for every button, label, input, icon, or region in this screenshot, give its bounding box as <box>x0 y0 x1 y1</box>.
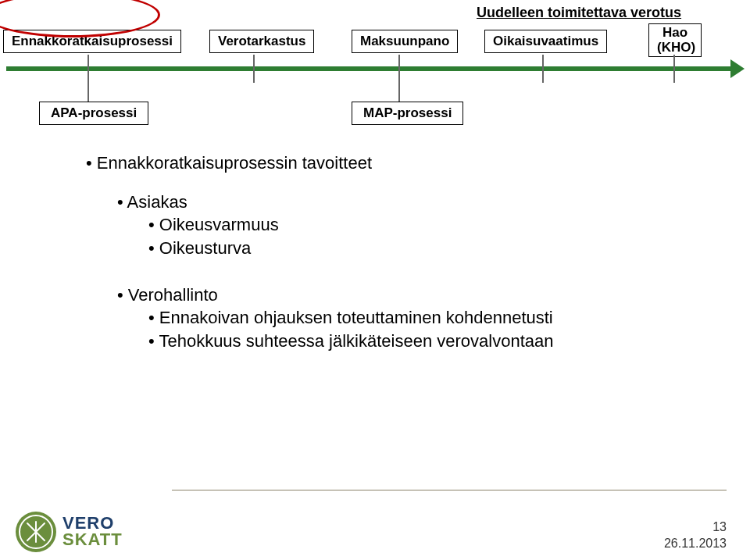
phase-label: Oikaisuvaatimus <box>493 34 598 48</box>
subbox-map-prosessi: MAP-prosessi <box>352 102 463 125</box>
subbox-apa-prosessi: APA-prosessi <box>39 102 148 125</box>
subbox-label: MAP-prosessi <box>363 105 452 120</box>
header-label: Uudelleen toimitettava verotus <box>477 5 681 21</box>
footer: VERO SKATT 13 26.11.2013 <box>0 490 750 560</box>
bullet-content: Ennakkoratkaisuprosessin tavoitteet Asia… <box>86 148 680 353</box>
slide: Uudelleen toimitettava verotus Ennakkora… <box>0 0 750 560</box>
bullet-text: Oikeusturva <box>159 238 251 258</box>
bullet-level3: Ennakoivan ohjauksen toteuttaminen kohde… <box>148 306 680 330</box>
page-number: 13 <box>664 519 727 536</box>
timeline-arrow-head <box>730 59 745 78</box>
phase-label: Maksuunpano <box>360 34 449 48</box>
bullet-level3: Tehokkuus suhteessa jälkikäteiseen verov… <box>148 330 680 353</box>
bullet-text: Oikeusvarmuus <box>159 215 279 234</box>
footer-date: 26.11.2013 <box>664 536 727 552</box>
vero-logo: VERO SKATT <box>16 512 123 552</box>
bullet-level3: Oikeusturva <box>148 237 680 260</box>
timeline-tick <box>673 55 675 83</box>
footer-rule <box>172 490 727 490</box>
timeline-tick <box>253 55 255 83</box>
timeline-arrow <box>6 66 733 71</box>
phase-maksuunpano: Maksuunpano <box>352 30 458 53</box>
bullet-level3: Oikeusvarmuus <box>148 213 680 237</box>
phase-label-line1: Hao <box>662 25 688 40</box>
bullet-level1: Ennakkoratkaisuprosessin tavoitteet <box>86 152 680 175</box>
logo-wordmark: VERO SKATT <box>62 515 123 548</box>
bullet-level2: Asiakas <box>117 191 680 214</box>
bullet-text: Ennakoivan ohjauksen toteuttaminen kohde… <box>159 308 553 327</box>
phase-label: Verotarkastus <box>218 34 305 48</box>
logo-medal-icon <box>16 512 56 552</box>
sub-process-row: APA-prosessi MAP-prosessi <box>0 102 750 141</box>
bullet-text: Verohallinto <box>128 285 218 305</box>
footer-meta: 13 26.11.2013 <box>664 519 727 552</box>
timeline-tick <box>88 55 89 83</box>
bullet-text: Ennakkoratkaisuprosessin tavoitteet <box>97 153 372 173</box>
connector-line <box>88 83 89 103</box>
connector-line <box>398 83 400 103</box>
subbox-label: APA-prosessi <box>51 105 137 120</box>
bullet-text: Asiakas <box>127 192 188 212</box>
logo-word2: SKATT <box>62 532 123 548</box>
phase-oikaisuvaatimus: Oikaisuvaatimus <box>484 30 607 53</box>
phase-verotarkastus: Verotarkastus <box>209 30 314 53</box>
timeline-tick <box>398 55 400 83</box>
timeline-tick <box>542 55 544 83</box>
phase-hao-kho: Hao (KHO) <box>648 23 702 57</box>
bullet-level2: Verohallinto <box>117 284 680 307</box>
phase-label-line2: (KHO) <box>657 40 695 55</box>
bullet-text: Tehokkuus suhteessa jälkikäteiseen verov… <box>159 331 553 351</box>
